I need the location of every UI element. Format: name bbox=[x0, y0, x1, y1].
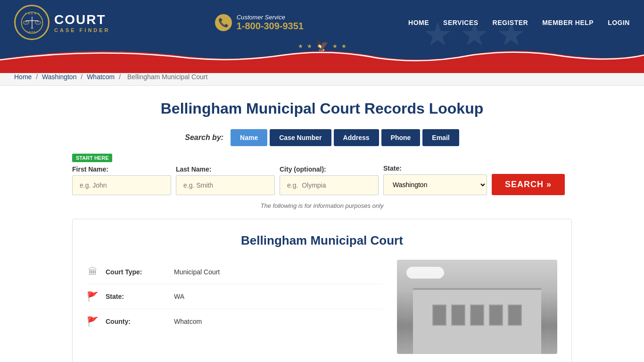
windows bbox=[432, 304, 522, 326]
info-note: The following is for information purpose… bbox=[72, 202, 572, 209]
court-type-icon: 🏛 bbox=[87, 266, 99, 277]
first-name-label: First Name: bbox=[72, 165, 171, 173]
breadcrumb-state[interactable]: Washington bbox=[42, 73, 76, 81]
court-type-value: Municipal Court bbox=[174, 268, 220, 276]
phone-area: 📞 Customer Service 1-800-309-9351 bbox=[215, 14, 304, 32]
state-icon: 🚩 bbox=[87, 291, 99, 302]
customer-service-label: Customer Service bbox=[237, 14, 304, 21]
breadcrumb-sep-2: / bbox=[81, 73, 84, 81]
state-select[interactable]: Washington AlabamaAlaskaArizona Arkansas… bbox=[383, 174, 487, 195]
search-by-row: Search by: Name Case Number Address Phon… bbox=[72, 129, 572, 146]
county-label: County: bbox=[106, 318, 167, 325]
window-3 bbox=[470, 304, 484, 326]
main-nav: HOME SERVICES REGISTER MEMBER HELP LOGIN bbox=[408, 19, 630, 26]
stars-row: ★★ 🦅 ★★ bbox=[298, 40, 347, 52]
court-info-table: 🏛 Court Type: Municipal Court 🚩 State: W… bbox=[87, 260, 383, 354]
logo-text: COURT CASE FINDER bbox=[54, 12, 110, 33]
court-card-title: Bellingham Municipal Court bbox=[87, 233, 557, 248]
breadcrumb-current: Bellingham Municipal Court bbox=[127, 73, 207, 81]
last-name-group: Last Name: bbox=[176, 165, 275, 195]
phone-info: Customer Service 1-800-309-9351 bbox=[237, 14, 304, 32]
first-name-group: First Name: bbox=[72, 165, 171, 195]
nav-home[interactable]: HOME bbox=[408, 19, 429, 26]
last-name-input[interactable] bbox=[176, 175, 275, 195]
main-content: Bellingham Municipal Court Records Looku… bbox=[63, 86, 581, 362]
state-label: State: bbox=[383, 165, 487, 172]
window-5 bbox=[508, 304, 522, 326]
phone-number: 1-800-309-9351 bbox=[237, 21, 304, 32]
search-button[interactable]: SEARCH » bbox=[492, 174, 565, 195]
logo-court-label: COURT bbox=[54, 12, 110, 27]
county-icon: 🚩 bbox=[87, 316, 99, 327]
court-building-image bbox=[397, 260, 557, 354]
breadcrumb-home[interactable]: Home bbox=[14, 73, 32, 81]
tab-email[interactable]: Email bbox=[422, 129, 459, 146]
tab-phone[interactable]: Phone bbox=[381, 129, 421, 146]
state-info-value: WA bbox=[174, 293, 184, 300]
county-row: 🚩 County: Whatcom bbox=[87, 309, 383, 334]
cloud bbox=[406, 267, 444, 279]
first-name-input[interactable] bbox=[72, 175, 171, 195]
page-title: Bellingham Municipal Court Records Looku… bbox=[72, 100, 572, 117]
court-image-bg bbox=[397, 260, 557, 354]
state-row: 🚩 State: WA bbox=[87, 284, 383, 309]
svg-text:★ ★ ★ ★ ★: ★ ★ ★ ★ ★ bbox=[26, 30, 39, 33]
breadcrumb-county[interactable]: Whatcom bbox=[87, 73, 115, 81]
start-here-badge: START HERE bbox=[72, 154, 112, 162]
tab-address[interactable]: Address bbox=[334, 129, 379, 146]
eagle-container: ★★ 🦅 ★★ bbox=[298, 40, 347, 52]
state-group: State: Washington AlabamaAlaskaArizona A… bbox=[383, 165, 487, 195]
nav-register[interactable]: REGISTER bbox=[493, 19, 528, 26]
svg-text:★ ★ ★ ★ ★: ★ ★ ★ ★ ★ bbox=[25, 12, 39, 15]
site-header: ★ ★ ★ ★ ★ ★ ★ ★ ★ ★ COURT CASE FINDER bbox=[0, 0, 644, 68]
building bbox=[413, 288, 541, 354]
county-value: Whatcom bbox=[174, 318, 202, 325]
tab-name[interactable]: Name bbox=[231, 129, 267, 146]
logo-icon: ★ ★ ★ ★ ★ ★ ★ ★ ★ ★ bbox=[14, 5, 50, 40]
window-1 bbox=[432, 304, 446, 326]
search-form: First Name: Last Name: City (optional): … bbox=[72, 165, 572, 195]
court-card: Bellingham Municipal Court 🏛 Court Type:… bbox=[72, 219, 572, 362]
logo-subtitle-label: CASE FINDER bbox=[54, 27, 110, 33]
city-input[interactable] bbox=[280, 175, 379, 195]
search-section: START HERE First Name: Last Name: City (… bbox=[72, 153, 572, 195]
state-info-label: State: bbox=[106, 293, 167, 300]
court-type-row: 🏛 Court Type: Municipal Court bbox=[87, 260, 383, 284]
breadcrumb-sep-3: / bbox=[119, 73, 123, 81]
city-group: City (optional): bbox=[280, 165, 379, 195]
last-name-label: Last Name: bbox=[176, 165, 275, 173]
nav-services[interactable]: SERVICES bbox=[443, 19, 479, 26]
window-2 bbox=[451, 304, 465, 326]
court-info-layout: 🏛 Court Type: Municipal Court 🚩 State: W… bbox=[87, 260, 557, 354]
city-label: City (optional): bbox=[280, 165, 379, 173]
logo-area: ★ ★ ★ ★ ★ ★ ★ ★ ★ ★ COURT CASE FINDER bbox=[14, 5, 110, 40]
nav-login[interactable]: LOGIN bbox=[608, 19, 630, 26]
tab-case-number[interactable]: Case Number bbox=[270, 129, 331, 146]
wave-area: ★★ 🦅 ★★ bbox=[0, 45, 644, 68]
court-type-label: Court Type: bbox=[106, 268, 167, 276]
window-4 bbox=[489, 304, 503, 326]
nav-member-help[interactable]: MEMBER HELP bbox=[542, 19, 594, 26]
phone-icon: 📞 bbox=[215, 14, 232, 31]
breadcrumb-sep-1: / bbox=[36, 73, 40, 81]
search-by-label: Search by: bbox=[185, 133, 223, 142]
